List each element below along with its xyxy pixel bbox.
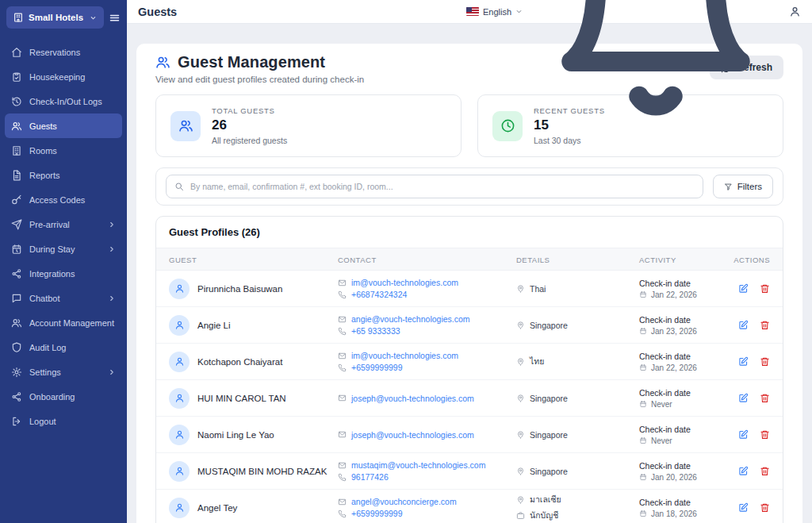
guest-name: Pirunnicha Baisuwan [197, 284, 282, 294]
delete-guest-button[interactable] [760, 502, 770, 513]
details-cell: Singapore [516, 467, 639, 476]
edit-guest-button[interactable] [738, 283, 749, 294]
guest-email-link[interactable]: joseph@vouch-technologies.com [351, 394, 474, 403]
edit-guest-button[interactable] [738, 429, 749, 440]
person-icon [174, 429, 185, 440]
notifications-button[interactable]: 99+ [537, 0, 775, 131]
activity-label: Check-in date [639, 279, 726, 288]
nav-icon [11, 342, 22, 353]
contact-cell: im@vouch-technologies.com +6599999999 [338, 351, 516, 372]
edit-guest-button[interactable] [738, 502, 749, 513]
guest-email-link[interactable]: angel@vouchconcierge.com [351, 497, 457, 506]
sidebar-item-pre-arrival[interactable]: Pre-arrival [0, 212, 127, 237]
delete-guest-button[interactable] [760, 393, 770, 403]
avatar [169, 388, 190, 409]
guest-nationality: ไทย [530, 355, 544, 368]
delete-guest-button[interactable] [760, 320, 770, 330]
stat-icon [170, 111, 201, 141]
delete-guest-button[interactable] [760, 283, 770, 294]
panel-title: Guest Management [178, 53, 325, 71]
sidebar-item-integrations[interactable]: Integrations [0, 261, 127, 286]
actions-cell [726, 502, 770, 513]
nav-icon [11, 268, 22, 279]
edit-guest-button[interactable] [738, 356, 749, 367]
sidebar-item-guests[interactable]: Guests [5, 113, 122, 138]
activity-cell: Check-in date Never [639, 425, 726, 445]
sidebar-item-check-in-out-logs[interactable]: Check-In/Out Logs [0, 89, 127, 113]
chevron-down-icon [515, 8, 523, 15]
guest-nationality: Singapore [530, 394, 568, 403]
activity-cell: Check-in date Jan 18, 2026 [639, 498, 726, 518]
user-menu-icon[interactable] [789, 6, 801, 17]
sidebar-item-settings[interactable]: Settings [0, 360, 127, 384]
guest-row: Kotchapon Chaiyarat im@vouch-technologie… [156, 344, 783, 380]
nav-label: Integrations [29, 269, 75, 279]
activity-label: Check-in date [639, 461, 726, 471]
guest-phone-link[interactable]: +6599999999 [351, 363, 403, 372]
nav-label: Onboarding [29, 392, 75, 402]
envelope-icon [338, 352, 347, 360]
sidebar-item-reservations[interactable]: Reservations [0, 40, 127, 64]
nav-icon [11, 96, 22, 107]
guest-email-link[interactable]: im@vouch-technologies.com [351, 278, 458, 287]
hotel-switcher[interactable]: Small Hotels [6, 6, 104, 29]
checkin-date: Jan 18, 2026 [651, 510, 697, 518]
sidebar-item-account-management[interactable]: Account Management [0, 310, 127, 335]
guest-cell: Kotchapon Chaiyarat [169, 352, 338, 372]
page-title: Guests [138, 6, 177, 18]
bell-icon [537, 0, 775, 131]
guest-email-link[interactable]: mustaqim@vouch-technologies.com [351, 460, 485, 470]
nav-label: Settings [29, 367, 61, 377]
chevron-down-icon [90, 14, 97, 21]
envelope-icon [338, 315, 347, 324]
guest-email-link[interactable]: angie@vouch-technologies.com [351, 314, 470, 324]
nav-icon [11, 219, 22, 230]
activity-label: Check-in date [639, 352, 726, 361]
sidebar-item-during-stay[interactable]: During Stay [0, 237, 127, 261]
briefcase-icon [516, 511, 525, 520]
nav-icon [11, 145, 22, 156]
nav-label: Access Codes [29, 195, 85, 205]
guest-phone-link[interactable]: +6599999999 [351, 509, 403, 518]
delete-guest-button[interactable] [760, 356, 770, 367]
nav-label: Audit Log [29, 343, 66, 352]
filters-label: Filters [737, 182, 762, 191]
language-selector[interactable]: English [466, 7, 523, 17]
sidebar-item-access-codes[interactable]: Access Codes [0, 187, 127, 212]
delete-guest-button[interactable] [760, 466, 770, 476]
edit-guest-button[interactable] [738, 466, 749, 476]
guest-phone-link[interactable]: +65 9333333 [351, 326, 400, 336]
sidebar: Small Hotels Reservations Houseke [0, 0, 127, 523]
contact-cell: im@vouch-technologies.com +66874324324 [338, 278, 516, 299]
funnel-icon [724, 183, 733, 191]
menu-toggle-icon[interactable] [109, 12, 121, 24]
delete-guest-button[interactable] [760, 429, 770, 440]
guest-phone-link[interactable]: +66874324324 [351, 290, 407, 299]
sidebar-item-onboarding[interactable]: Onboarding [0, 384, 127, 409]
actions-cell [726, 320, 770, 330]
guest-row: Pirunnicha Baisuwan im@vouch-technologie… [156, 271, 783, 307]
calendar-icon [639, 473, 647, 481]
sidebar-item-audit-log[interactable]: Audit Log [0, 335, 127, 360]
sidebar-item-reports[interactable]: Reports [0, 163, 127, 187]
contact-cell: angel@vouchconcierge.com +6599999999 [338, 497, 516, 518]
phone-icon [338, 290, 347, 299]
guest-email-link[interactable]: im@vouch-technologies.com [351, 351, 458, 360]
nav-icon [11, 121, 22, 132]
search-input[interactable] [190, 182, 695, 191]
sidebar-item-housekeeping[interactable]: Housekeeping [0, 64, 127, 89]
guest-phone-link[interactable]: 96177426 [351, 472, 389, 482]
activity-label: Check-in date [639, 388, 726, 398]
sidebar-item-rooms[interactable]: Rooms [0, 138, 127, 163]
chevron-right-icon [108, 294, 116, 302]
guest-email-link[interactable]: joseph@vouch-technologies.com [351, 430, 474, 440]
chevron-right-icon [108, 368, 116, 376]
edit-guest-button[interactable] [738, 320, 749, 330]
activity-label: Check-in date [639, 498, 726, 507]
sidebar-item-chatbot[interactable]: Chatbot [0, 286, 127, 310]
sidebar-item-logout[interactable]: Logout [0, 409, 127, 433]
person-icon [174, 502, 185, 513]
edit-guest-button[interactable] [738, 393, 749, 403]
guest-nationality: มาเลเซีย [530, 493, 561, 506]
filters-button[interactable]: Filters [713, 175, 773, 198]
